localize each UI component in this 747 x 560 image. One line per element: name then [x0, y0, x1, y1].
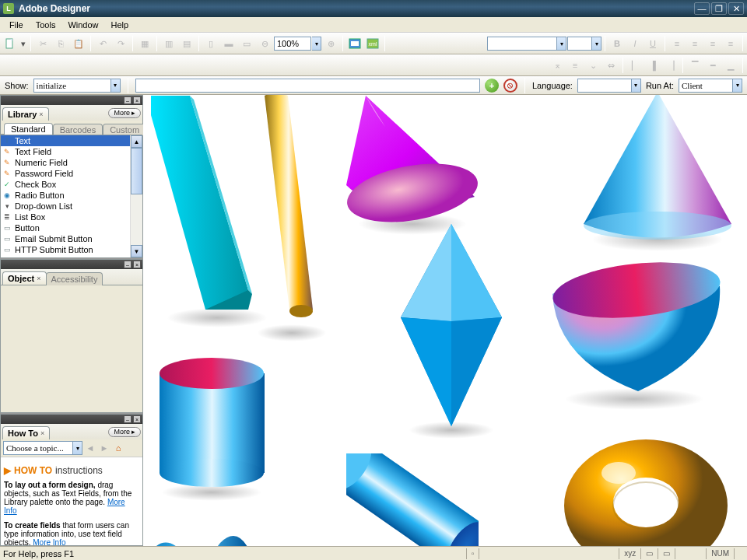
minimize-button[interactable]: — — [694, 2, 710, 15]
layout-editor-button[interactable] — [346, 35, 363, 52]
underline-button: U — [644, 35, 661, 52]
canvas-shape[interactable] — [545, 259, 724, 395]
svg-point-26 — [601, 462, 636, 484]
canvas-shape[interactable] — [560, 434, 731, 546]
canvas-shape[interactable] — [147, 96, 264, 313]
canvas-shape[interactable] — [397, 224, 506, 434]
menu-tools[interactable]: Tools — [30, 19, 62, 31]
canvas-shape[interactable] — [156, 356, 268, 488]
canvas-shape[interactable] — [146, 527, 247, 546]
list-item[interactable]: ✎Numeric Field — [1, 157, 142, 168]
align-center-button: ≡ — [686, 35, 703, 52]
canvas-shape[interactable] — [338, 96, 486, 228]
toolbar-align: ⌅ ≡ ⌄ ⇔ ▏ ▐ ▕ ▔ ━ ▁ — [0, 54, 747, 76]
list-item[interactable]: ▭Button — [1, 222, 142, 233]
item-icon: ▭ — [2, 256, 12, 257]
restore-button[interactable]: ❐ — [711, 2, 727, 15]
topic-combo[interactable]: ▾ — [3, 441, 82, 455]
canvas-shape[interactable] — [576, 95, 739, 247]
forward-button[interactable]: ► — [98, 442, 110, 454]
close-icon[interactable]: × — [37, 275, 40, 282]
object-panel-bar[interactable]: – × — [1, 260, 142, 269]
library-panel-bar[interactable]: – × — [1, 96, 142, 105]
canvas[interactable] — [143, 95, 747, 546]
zoom-field[interactable]: 100% — [274, 37, 311, 51]
svg-point-19 — [160, 358, 264, 389]
scrollbar[interactable]: ▲ ▼ — [130, 135, 142, 257]
list-item[interactable]: ◉Radio Button — [1, 190, 142, 201]
font-size-combo[interactable]: ▾ — [567, 37, 601, 51]
align-left-button: ≡ — [668, 35, 686, 52]
list-item[interactable]: TText — [1, 135, 142, 146]
xml-source-button[interactable]: xml — [364, 35, 381, 52]
status-num: NUM — [706, 548, 734, 559]
scroll-thumb[interactable] — [131, 148, 142, 194]
list-item[interactable]: ▾Drop-down List — [1, 201, 142, 212]
script-options-bar: Show: ▾ + ⦸ Language: ▾ Run At: ▾ — [0, 76, 747, 95]
panel-close-icon[interactable]: × — [133, 261, 141, 268]
howto-more-button[interactable]: More ▸ — [108, 427, 141, 437]
new-doc-button[interactable] — [2, 35, 19, 52]
script-field[interactable] — [135, 79, 480, 93]
subtab-standard[interactable]: Standard — [4, 123, 53, 135]
close-button[interactable]: ✕ — [728, 2, 744, 15]
close-icon[interactable]: × — [39, 110, 43, 118]
canvas-shape[interactable] — [346, 453, 479, 546]
item-label: Check Box — [15, 180, 56, 189]
status-bar: For Help, press F1 ▫ xyz ▭ ▭ NUM — [0, 546, 747, 560]
menu-help[interactable]: Help — [105, 19, 135, 31]
back-button[interactable]: ◄ — [84, 442, 96, 454]
more-info-link[interactable]: More Info — [33, 538, 65, 545]
grid1-button: ▥ — [160, 35, 177, 52]
list-item[interactable]: ▭HTTP Submit Button — [1, 244, 142, 255]
panel-minimize-icon[interactable]: – — [124, 415, 132, 423]
canvas-shape[interactable] — [257, 95, 319, 325]
valign-top-button: ⌅ — [549, 57, 566, 74]
add-script-button[interactable]: + — [485, 79, 499, 93]
howto-panel-bar[interactable]: – × — [1, 415, 142, 424]
distribute-h-button: ⇔ — [602, 57, 619, 74]
howto-heading: ▶ HOW TO instructions — [4, 465, 139, 476]
scroll-up-icon[interactable]: ▲ — [131, 135, 142, 148]
list-item[interactable]: ≣List Box — [1, 212, 142, 222]
zoom-dropdown[interactable]: ▾ — [312, 37, 321, 51]
list-item[interactable]: ✎Password Field — [1, 168, 142, 179]
item-icon: ▭ — [2, 234, 12, 243]
align-m-button: ━ — [704, 57, 721, 74]
zoom-out-button: ⊖ — [256, 35, 273, 52]
svg-rect-2 — [351, 41, 359, 46]
subtab-barcodes[interactable]: Barcodes — [53, 124, 103, 135]
list-item[interactable]: ▭Email Submit Button — [1, 233, 142, 244]
runat-combo[interactable]: ▾ — [679, 79, 742, 93]
undo-button: ↶ — [94, 35, 111, 52]
language-combo[interactable]: ▾ — [577, 79, 641, 93]
scroll-down-icon[interactable]: ▼ — [131, 245, 142, 257]
panel-close-icon[interactable]: × — [133, 415, 141, 423]
list-item[interactable]: ✓Check Box — [1, 179, 142, 190]
list-item[interactable]: ✎Text Field — [1, 146, 142, 157]
list-item[interactable]: ▭Print Button — [1, 255, 142, 257]
tab-howto[interactable]: How To× — [2, 426, 50, 439]
object-panel-body — [1, 285, 142, 412]
font-family-combo[interactable]: ▾ — [487, 37, 566, 51]
tab-accessibility[interactable]: Accessibility — [46, 272, 103, 285]
align-t-button: ▔ — [686, 57, 703, 74]
cancel-script-button[interactable]: ⦸ — [503, 79, 517, 93]
new-doc-dropdown[interactable]: ▾ — [19, 35, 27, 52]
menu-window[interactable]: Window — [61, 19, 104, 31]
library-more-button[interactable]: More ▸ — [108, 108, 141, 118]
howto-topic-row: ▾ ◄ ► ⌂ — [1, 439, 142, 457]
panel-close-icon[interactable]: × — [133, 96, 141, 104]
library-subtabs: Standard Barcodes Custom — [1, 121, 142, 135]
home-icon[interactable]: ⌂ — [112, 442, 124, 454]
menu-file[interactable]: File — [3, 19, 30, 31]
tab-object[interactable]: Object× — [2, 271, 47, 285]
close-icon[interactable]: × — [40, 429, 44, 437]
title-bar: L Adobe Designer — ❐ ✕ — [0, 0, 747, 17]
subtab-custom[interactable]: Custom — [103, 124, 146, 135]
tab-library[interactable]: Library× — [2, 107, 49, 121]
panel-minimize-icon[interactable]: – — [124, 96, 132, 104]
svg-point-24 — [613, 478, 679, 527]
panel-minimize-icon[interactable]: – — [124, 261, 132, 268]
show-combo[interactable]: ▾ — [33, 79, 121, 93]
